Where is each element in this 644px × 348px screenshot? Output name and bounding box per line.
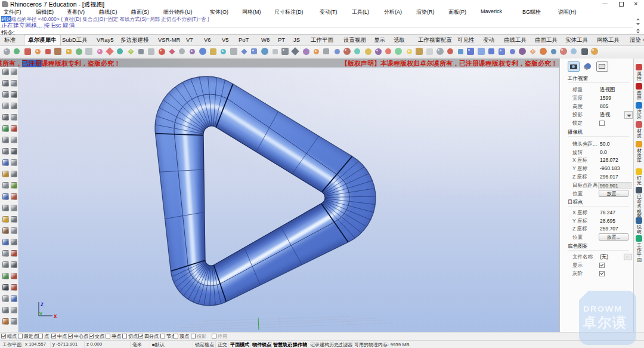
svg-text:z: z <box>41 301 44 307</box>
svg-text:x: x <box>54 313 57 319</box>
svg-text:y: y <box>39 310 42 316</box>
